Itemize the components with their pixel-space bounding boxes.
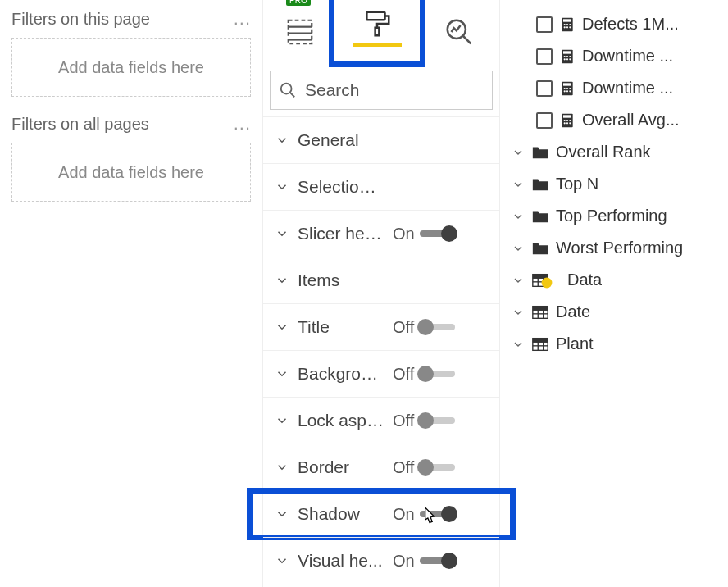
toggle-state-text: Off: [393, 365, 414, 384]
svg-rect-27: [563, 83, 571, 85]
format-row-border[interactable]: BorderOff: [263, 444, 499, 490]
filters-all-pages-title: Filters on all pages: [11, 115, 149, 134]
field-item-data[interactable]: Data: [507, 264, 721, 296]
chevron-down-icon: [275, 413, 289, 428]
chevron-down-icon: [512, 338, 525, 351]
format-row-label: Slicer hea...: [298, 224, 384, 243]
chevron-down-icon: [512, 306, 525, 319]
format-row-selection-controls[interactable]: Selection controls: [263, 163, 499, 210]
toggle-switch[interactable]: [419, 324, 455, 330]
field-item-downtime-[interactable]: Downtime ...: [507, 72, 721, 104]
calculator-icon: [559, 80, 576, 97]
svg-point-13: [566, 23, 568, 25]
toggle-state-text: On: [393, 552, 415, 571]
svg-point-48: [542, 277, 553, 288]
filters-on-page-more-icon[interactable]: ...: [234, 8, 251, 30]
chevron-down-icon: [275, 553, 289, 568]
svg-point-32: [566, 90, 568, 92]
format-row-shadow[interactable]: ShadowOn: [263, 490, 499, 537]
field-label: Date: [556, 303, 590, 321]
checkbox[interactable]: [536, 16, 553, 33]
field-item-downtime-[interactable]: Downtime ...: [507, 40, 721, 72]
svg-line-7: [463, 36, 471, 44]
format-row-visual-he-[interactable]: Visual he...On: [263, 537, 499, 584]
format-row-title[interactable]: TitleOff: [263, 303, 499, 350]
star-badge-icon: [541, 277, 553, 289]
field-label: Top N: [556, 175, 598, 193]
field-item-defects-m-[interactable]: Defects 1M...: [507, 8, 721, 40]
svg-point-25: [569, 58, 571, 60]
checkbox[interactable]: [536, 48, 553, 65]
toggle-switch[interactable]: [419, 464, 455, 471]
paint-roller-icon: [362, 8, 393, 39]
format-row-backgrou-[interactable]: Backgrou...Off: [263, 350, 499, 397]
chevron-down-icon: [275, 226, 289, 241]
svg-rect-19: [563, 51, 571, 53]
chevron-down-icon: [275, 180, 289, 194]
dropzone-text: Add data fields here: [58, 163, 204, 182]
svg-rect-4: [366, 11, 384, 20]
checkbox[interactable]: [536, 80, 553, 97]
svg-rect-35: [563, 115, 571, 117]
field-item-overall-avg-[interactable]: Overall Avg...: [507, 104, 721, 136]
chevron-down-icon: [275, 273, 289, 288]
filters-all-pages-section: Filters on all pages ... Add data fields…: [11, 113, 251, 202]
svg-point-39: [564, 122, 566, 124]
svg-point-22: [569, 55, 571, 57]
toggle-state-text: Off: [393, 412, 414, 430]
svg-point-15: [564, 26, 566, 28]
svg-point-20: [564, 55, 566, 57]
svg-rect-54: [533, 306, 548, 310]
chevron-down-icon: [512, 178, 525, 191]
field-item-date[interactable]: Date: [507, 296, 721, 328]
field-item-top-performing[interactable]: Top Performing: [507, 200, 721, 232]
filters-all-pages-dropzone[interactable]: Add data fields here: [11, 143, 251, 202]
format-row-lock-aspe-[interactable]: Lock aspe...Off: [263, 397, 499, 444]
field-item-top-n[interactable]: Top N: [507, 168, 721, 200]
format-row-items[interactable]: Items: [263, 257, 499, 303]
format-row-general[interactable]: General: [263, 116, 499, 163]
chevron-down-icon: [275, 366, 289, 381]
filters-all-pages-more-icon[interactable]: ...: [234, 113, 251, 134]
format-row-label: Items: [298, 271, 384, 290]
field-item-plant[interactable]: Plant: [507, 328, 721, 360]
fields-panel: Defects 1M...Downtime ...Downtime ...Ove…: [500, 0, 728, 587]
svg-point-16: [566, 26, 568, 28]
toggle-state-text: Off: [393, 318, 414, 337]
fields-tab-icon[interactable]: [276, 8, 324, 56]
filters-on-page-section: Filters on this page ... Add data fields…: [11, 8, 251, 97]
toggle-switch[interactable]: [419, 371, 455, 377]
chevron-down-icon: [275, 133, 289, 148]
search-icon: [279, 81, 297, 99]
folder-icon: [531, 176, 549, 193]
svg-point-37: [566, 119, 568, 121]
field-label: Downtime ...: [582, 47, 673, 66]
format-tab-highlighted[interactable]: [329, 0, 425, 67]
calculator-icon: [559, 48, 576, 65]
filters-on-page-dropzone[interactable]: Add data fields here: [11, 38, 251, 97]
svg-rect-5: [375, 27, 380, 35]
format-search-input[interactable]: Search: [270, 71, 493, 110]
svg-point-29: [566, 87, 568, 89]
field-label: Top Performing: [556, 207, 667, 225]
pro-badge: PRO: [286, 0, 311, 6]
filters-on-page-title: Filters on this page: [11, 10, 150, 29]
toggle-switch[interactable]: [420, 511, 456, 517]
format-row-label: Visual he...: [298, 551, 384, 571]
analytics-tab-icon[interactable]: [435, 8, 483, 56]
active-tab-underline: [353, 43, 402, 47]
table-icon: [531, 304, 549, 321]
toggle-switch[interactable]: [420, 557, 456, 564]
toggle-switch[interactable]: [419, 417, 455, 424]
field-item-worst-performing[interactable]: Worst Performing: [507, 232, 721, 264]
svg-point-21: [566, 55, 568, 57]
field-label: Overall Avg...: [582, 111, 680, 130]
svg-point-23: [564, 58, 566, 60]
folder-icon: [531, 240, 549, 257]
format-row-slicer-hea-[interactable]: Slicer hea...On: [263, 210, 499, 257]
field-item-overall-rank[interactable]: Overall Rank: [507, 136, 721, 168]
format-row-label: Shadow: [298, 504, 384, 524]
svg-point-31: [564, 90, 566, 92]
checkbox[interactable]: [536, 112, 553, 129]
toggle-switch[interactable]: [420, 230, 456, 237]
